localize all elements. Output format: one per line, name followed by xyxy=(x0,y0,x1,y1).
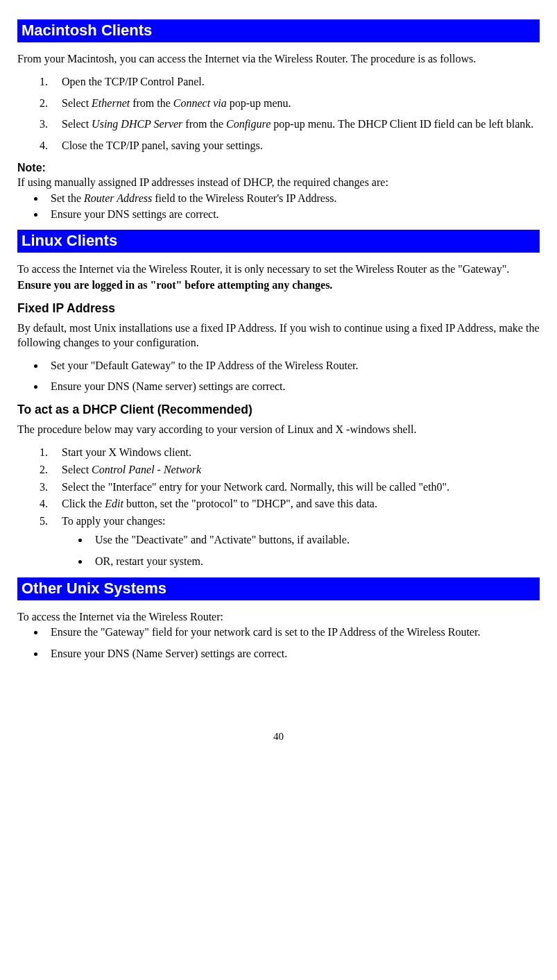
fixed-ip-bullets: Set your "Default Gateway" to the IP Add… xyxy=(17,359,540,395)
section-header-macintosh: Macintosh Clients xyxy=(17,19,540,42)
subheader-dhcp-client: To act as a DHCP Client (Recommended) xyxy=(17,403,540,417)
unix-intro: To access the Internet via the Wireless … xyxy=(17,610,540,625)
list-item: Select Ethernet from the Connect via pop… xyxy=(51,96,540,111)
fixed-ip-text: By default, most Unix installations use … xyxy=(17,321,540,350)
list-item: Select the "Interface" entry for your Ne… xyxy=(51,480,540,495)
page-number: 40 xyxy=(17,731,540,743)
unix-bullets: Ensure the "Gateway" field for your netw… xyxy=(17,625,540,661)
list-item: Select Using DHCP Server from the Config… xyxy=(51,117,540,132)
note-text: If using manually assigned IP addresses … xyxy=(17,176,540,190)
note-label: Note: xyxy=(17,162,540,174)
linux-root-warning: Ensure you are logged in as "root" befor… xyxy=(17,278,540,293)
section-header-linux: Linux Clients xyxy=(17,230,540,253)
list-item: Open the TCP/IP Control Panel. xyxy=(51,75,540,90)
mac-intro: From your Macintosh, you can access the … xyxy=(17,52,540,67)
list-item: Ensure your DNS (Name Server) settings a… xyxy=(45,647,540,661)
list-item: Use the "Deactivate" and "Activate" butt… xyxy=(89,533,540,548)
list-item: Select Control Panel - Network xyxy=(51,463,540,478)
list-item: To apply your changes: Use the "Deactiva… xyxy=(51,514,540,568)
linux-intro: To access the Internet via the Wireless … xyxy=(17,262,540,277)
dhcp-intro: The procedure below may vary according t… xyxy=(17,423,540,437)
list-item: Start your X Windows client. xyxy=(51,446,540,460)
list-item: Set the Router Address field to the Wire… xyxy=(45,192,540,206)
subheader-fixed-ip: Fixed IP Address xyxy=(17,301,540,316)
list-item: Close the TCP/IP panel, saving your sett… xyxy=(51,139,540,153)
list-item: OR, restart your system. xyxy=(89,555,540,569)
list-item: Set your "Default Gateway" to the IP Add… xyxy=(45,359,540,373)
dhcp-steps: Start your X Windows client. Select Cont… xyxy=(17,446,540,569)
list-item: Click the Edit button, set the "protocol… xyxy=(51,497,540,512)
section-header-unix: Other Unix Systems xyxy=(17,577,540,600)
list-item: Ensure your DNS settings are correct. xyxy=(45,208,540,222)
note-bullets: Set the Router Address field to the Wire… xyxy=(17,192,540,222)
list-item: Ensure the "Gateway" field for your netw… xyxy=(45,625,540,640)
mac-steps: Open the TCP/IP Control Panel. Select Et… xyxy=(17,75,540,153)
list-item: Ensure your DNS (Name server) settings a… xyxy=(45,380,540,394)
apply-changes-bullets: Use the "Deactivate" and "Activate" butt… xyxy=(62,533,540,569)
